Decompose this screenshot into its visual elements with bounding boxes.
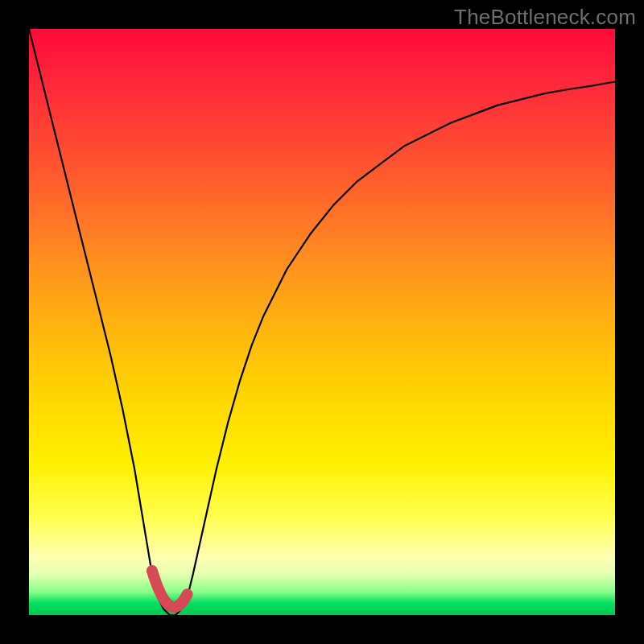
bottleneck-curve <box>29 29 615 615</box>
chart-svg <box>29 29 615 615</box>
minimum-marker <box>152 571 188 607</box>
watermark-text: TheBottleneck.com <box>454 5 636 30</box>
chart-frame: TheBottleneck.com <box>0 0 644 644</box>
plot-area <box>29 29 615 615</box>
